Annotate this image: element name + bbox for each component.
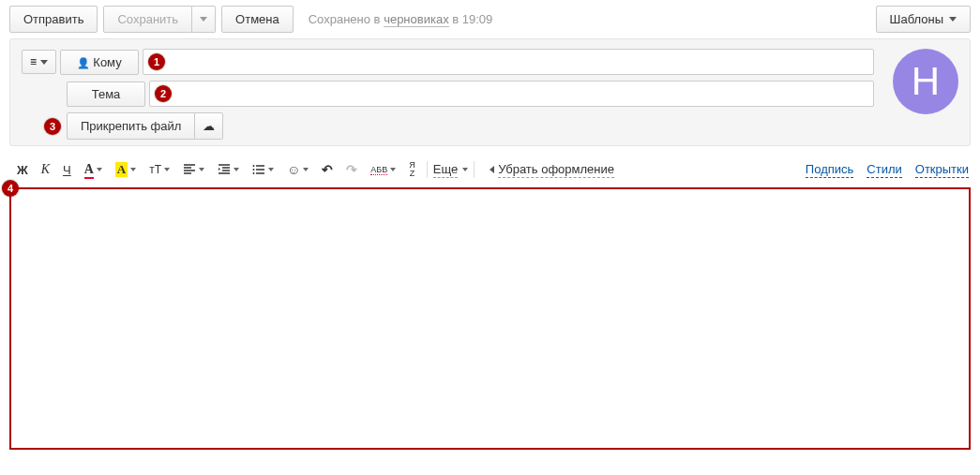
translit-button[interactable]: Я Z (403, 157, 421, 182)
caret-down-icon (390, 168, 396, 171)
italic-button[interactable]: К (36, 158, 55, 181)
subject-row: Тема 2 (22, 81, 874, 107)
caret-down-icon (268, 168, 274, 171)
underline-button[interactable]: Ч (57, 159, 77, 181)
more-button[interactable]: Еще (433, 162, 468, 178)
caret-down-icon (97, 168, 102, 171)
save-dropdown-button[interactable] (192, 6, 216, 33)
subject-input[interactable] (149, 81, 874, 107)
caret-down-icon (234, 168, 239, 171)
clear-formatting-button[interactable]: Убрать оформление (490, 162, 614, 178)
bg-color-button[interactable]: А (110, 158, 142, 181)
save-button[interactable]: Сохранить (103, 6, 192, 33)
caret-down-icon (164, 168, 170, 171)
editor-area: Ж К Ч А А тТ ☺ ↶ ↷ АБВ Я Z Еще Убрать оф… (9, 154, 971, 450)
to-input[interactable] (143, 49, 874, 75)
attach-row: 3 Прикрепить файл ☁ (22, 112, 874, 140)
fields-menu-button[interactable]: ≡ (22, 50, 56, 74)
cloud-icon: ☁ (203, 119, 215, 133)
editor-toolbar: Ж К Ч А А тТ ☺ ↶ ↷ АБВ Я Z Еще Убрать оф… (9, 154, 971, 187)
emoji-button[interactable]: ☺ (281, 158, 314, 181)
annotation-marker-1: 1 (148, 53, 165, 70)
arrow-left-icon (490, 166, 494, 173)
save-button-group: Сохранить (103, 6, 216, 33)
action-bar: Отправить Сохранить Отмена Сохранено в ч… (0, 0, 980, 38)
person-icon (77, 55, 93, 69)
svg-point-0 (253, 165, 255, 167)
caret-down-icon (130, 168, 136, 171)
indent-button[interactable] (212, 159, 245, 180)
to-label-button[interactable]: Кому (60, 50, 139, 75)
autosave-status: Сохранено в черновиках в 19:09 (309, 12, 493, 26)
align-button[interactable] (177, 159, 210, 180)
annotation-marker-4: 4 (2, 180, 19, 197)
text-color-button[interactable]: А (79, 158, 108, 181)
drafts-link[interactable]: черновиках (384, 12, 449, 27)
styles-link[interactable]: Стили (867, 162, 901, 178)
caret-down-icon (200, 17, 207, 22)
caret-down-icon (303, 168, 309, 171)
send-button[interactable]: Отправить (9, 6, 98, 33)
annotation-marker-3: 3 (44, 118, 61, 135)
redo-button[interactable]: ↷ (340, 158, 363, 181)
subject-label-button[interactable]: Тема (67, 82, 145, 107)
cancel-button[interactable]: Отмена (221, 6, 294, 33)
attach-cloud-button[interactable]: ☁ (195, 112, 223, 140)
compose-header: ≡ Кому 1 Тема 2 3 Прикрепить файл ☁ Н (9, 38, 971, 146)
attach-file-button[interactable]: Прикрепить файл (67, 112, 195, 140)
editor-body[interactable] (9, 187, 971, 450)
avatar: Н (893, 49, 958, 114)
caret-down-icon (199, 168, 204, 171)
spellcheck-button[interactable]: АБВ (365, 162, 401, 178)
separator (427, 161, 428, 178)
undo-button[interactable]: ↶ (316, 158, 339, 181)
caret-down-icon (40, 60, 48, 65)
templates-button[interactable]: Шаблоны (876, 6, 972, 33)
svg-point-1 (253, 169, 255, 171)
list-button[interactable] (247, 159, 279, 180)
attach-button-group: Прикрепить файл ☁ (67, 112, 223, 140)
caret-down-icon (949, 17, 957, 22)
annotation-marker-2: 2 (155, 85, 172, 102)
svg-point-2 (253, 172, 255, 174)
align-left-icon (183, 163, 196, 176)
caret-down-icon (462, 168, 468, 171)
list-icon (252, 163, 265, 176)
indent-icon (218, 163, 231, 176)
bold-button[interactable]: Ж (11, 159, 34, 181)
signature-link[interactable]: Подпись (806, 162, 853, 178)
to-row: ≡ Кому 1 (22, 49, 874, 75)
font-size-button[interactable]: тТ (143, 159, 175, 180)
separator (474, 161, 475, 178)
postcards-link[interactable]: Открытки (915, 162, 969, 178)
